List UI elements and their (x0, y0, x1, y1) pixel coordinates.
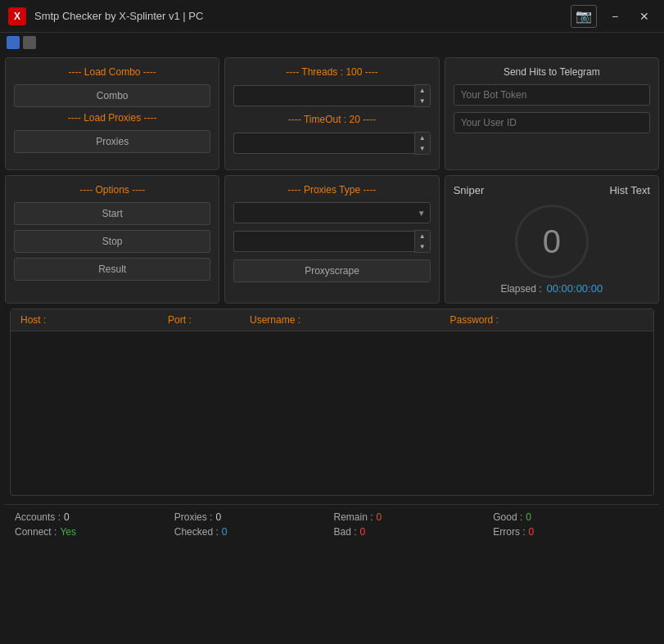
checked-value: 0 (222, 526, 228, 538)
log-col-port: Port : (165, 313, 246, 327)
top-panels-row: ---- Load Combo ---- Combo ---- Load Pro… (5, 57, 659, 170)
timeout-spinner-row: 50 ▲ ▼ (233, 132, 430, 155)
log-body (11, 331, 653, 495)
errors-value: 0 (529, 526, 535, 538)
close-button[interactable]: ✕ (633, 7, 656, 25)
remain-label: Remain : (334, 511, 373, 523)
elapsed-time: 00:00:00:00 (547, 282, 603, 295)
proxies-type-label: ---- Proxies Type ---- (233, 184, 430, 196)
bad-label: Bad : (334, 526, 357, 538)
hist-text-label: Hist Text (609, 184, 650, 196)
proxy-count-down-btn[interactable]: ▼ (415, 241, 430, 252)
remain-item: Remain : 0 (334, 511, 490, 523)
threads-spinner-btns: ▲ ▼ (414, 84, 431, 107)
telegram-panel: Send Hits to Telegram (445, 57, 659, 170)
load-proxies-label: ---- Load Proxies ---- (14, 112, 210, 124)
proxy-count-input[interactable]: 50 (233, 231, 413, 252)
threads-label: ---- Threads : 100 ---- (233, 66, 430, 78)
counter-dial: 0 (515, 205, 589, 278)
accounts-item: Accounts : 0 (15, 511, 171, 523)
proxyscrape-button[interactable]: Proxyscrape (233, 259, 430, 282)
result-button[interactable]: Result (14, 258, 210, 281)
bad-item: Bad : 0 (334, 526, 490, 538)
user-id-input[interactable] (454, 112, 650, 133)
accounts-value: 0 (64, 511, 70, 523)
log-col-host: Host : (17, 313, 165, 327)
elapsed-label: Elapsed : (500, 283, 541, 295)
connect-item: Connect : Yes (15, 526, 171, 538)
log-col-username: Username : (246, 313, 447, 327)
combo-button[interactable]: Combo (14, 84, 210, 107)
proxies-label: Proxies : (174, 511, 213, 523)
blue-ctrl[interactable] (7, 36, 20, 49)
checked-label: Checked : (174, 526, 219, 538)
options-label: ---- Options ---- (14, 184, 210, 196)
sniper-label: Sniper (454, 184, 485, 196)
minimize-button[interactable]: − (603, 7, 626, 25)
timeout-label: ---- TimeOut : 20 ---- (233, 114, 430, 125)
options-panel: ---- Options ---- Start Stop Result (5, 175, 219, 304)
bad-value: 0 (360, 526, 366, 538)
threads-panel: ---- Threads : 100 ---- 1 ▲ ▼ ---- TimeO… (224, 57, 439, 170)
timeout-down-btn[interactable]: ▼ (415, 143, 430, 154)
title-bar: X Smtp Checker by X-Splinter v1 | PC 📷 −… (0, 0, 664, 33)
good-label: Good : (493, 511, 522, 523)
app-icon: X (8, 7, 26, 25)
status-bar: Accounts : 0 Proxies : 0 Remain : 0 Good… (5, 504, 659, 544)
telegram-title: Send Hits to Telegram (454, 66, 650, 78)
connect-value: Yes (60, 526, 76, 538)
threads-up-btn[interactable]: ▲ (415, 85, 430, 96)
start-button[interactable]: Start (14, 202, 210, 225)
errors-item: Errors : 0 (493, 526, 649, 538)
threads-down-btn[interactable]: ▼ (415, 96, 430, 106)
timeout-input[interactable]: 50 (233, 133, 413, 154)
timeout-spinner-btns: ▲ ▼ (414, 132, 431, 155)
proxies-value: 0 (215, 511, 221, 523)
errors-label: Errors : (493, 526, 525, 538)
proxies-type-panel: ---- Proxies Type ---- HTTP SOCKS4 SOCKS… (224, 175, 439, 304)
bot-token-input[interactable] (454, 84, 650, 106)
color-controls-row (0, 33, 664, 52)
main-content: ---- Load Combo ---- Combo ---- Load Pro… (0, 52, 664, 549)
proxies-item: Proxies : 0 (174, 511, 331, 523)
log-header: Host : Port : Username : Password : (11, 309, 653, 331)
threads-spinner-row: 1 ▲ ▼ (233, 84, 430, 107)
connect-label: Connect : (15, 526, 56, 538)
proxies-type-select[interactable]: HTTP SOCKS4 SOCKS5 (233, 202, 430, 223)
timeout-up-btn[interactable]: ▲ (415, 133, 430, 143)
log-col-password: Password : (447, 313, 648, 327)
proxies-button[interactable]: Proxies (14, 130, 210, 153)
proxies-type-select-wrapper: HTTP SOCKS4 SOCKS5 ▼ (233, 202, 430, 223)
proxy-count-row: 50 ▲ ▼ (233, 230, 430, 253)
stop-button[interactable]: Stop (14, 230, 210, 253)
combo-panel: ---- Load Combo ---- Combo ---- Load Pro… (5, 57, 219, 170)
good-item: Good : 0 (493, 511, 649, 523)
good-value: 0 (526, 511, 531, 523)
elapsed-row: Elapsed : 00:00:00:00 (454, 282, 650, 295)
proxy-count-up-btn[interactable]: ▲ (415, 231, 430, 241)
proxy-count-spinner-btns: ▲ ▼ (414, 230, 431, 253)
camera-button[interactable]: 📷 (571, 5, 597, 28)
threads-input[interactable]: 1 (233, 85, 413, 106)
load-combo-label: ---- Load Combo ---- (14, 66, 210, 78)
remain-value: 0 (377, 511, 382, 523)
checked-item: Checked : 0 (174, 526, 331, 538)
accounts-label: Accounts : (15, 511, 61, 523)
counter-value: 0 (543, 223, 561, 260)
gray-ctrl[interactable] (23, 36, 36, 49)
stats-panel: Sniper Hist Text 0 Elapsed : 00:00:00:00 (445, 175, 659, 304)
window-controls: 📷 − ✕ (571, 5, 656, 28)
stats-header: Sniper Hist Text (454, 184, 650, 196)
window-title: Smtp Checker by X-Splinter v1 | PC (34, 10, 571, 22)
log-area: Host : Port : Username : Password : (10, 308, 654, 496)
middle-panels-row: ---- Options ---- Start Stop Result ----… (5, 175, 659, 304)
